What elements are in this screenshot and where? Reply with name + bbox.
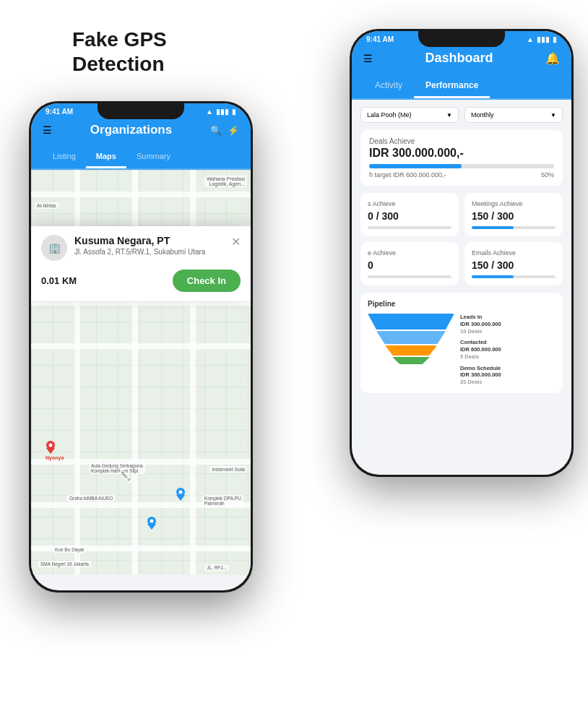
- svg-point-15: [150, 520, 154, 523]
- status-icons-left: ▲ ▮▮▮ ▮: [206, 108, 236, 116]
- stat-bar-2: [368, 275, 451, 278]
- stat-card-2: e Achieve 0: [360, 242, 459, 285]
- pipeline-section: Pipeline Leads In IDR 300.000.000 10 D: [360, 293, 563, 393]
- road-h1: [31, 191, 251, 197]
- deals-label: Deals Achieve: [369, 137, 554, 145]
- deals-value: IDR 300.000.000,-: [369, 147, 554, 160]
- map-label-kue: Kue Bu Dayat: [53, 546, 86, 553]
- menu-icon-right[interactable]: ☰: [363, 53, 373, 64]
- funnel-labels: Leads In IDR 300.000.000 10 Deals Contac…: [460, 314, 555, 386]
- map-label-wahana: Wahana PrestasiLogistik, Agen...: [204, 176, 247, 187]
- svg-point-12: [179, 491, 183, 494]
- lower-map: Aula Gedung SerbagunaKomplek Hankam Slip…: [31, 430, 251, 574]
- stats-grid: s Achieve 0 / 300 Meetings Achieve 150 /…: [360, 193, 563, 285]
- funnel-label-2: Contacted IDR 600.000.000 5 Deals: [460, 339, 555, 360]
- funnel-visual: [368, 314, 454, 386]
- stat-card-1: Meetings Achieve 150 / 300: [464, 193, 563, 236]
- tabs-bar-left: Listing Maps Summary: [31, 146, 251, 170]
- road-h4: [31, 300, 251, 306]
- notch-right: [418, 31, 505, 47]
- filter-row: Lala Pooh (Me) ▼ Monthly ▼: [360, 107, 563, 123]
- time-right: 9:41 AM: [366, 35, 394, 43]
- wifi-icon-left: ▲: [206, 108, 213, 116]
- funnel-label-1: Leads In IDR 300.000.000 10 Deals: [460, 314, 555, 335]
- header-icons-left: 🔍 ⚡: [210, 125, 239, 136]
- distance-label: 0.01 KM: [41, 275, 77, 286]
- funnel-container: Leads In IDR 300.000.000 10 Deals Contac…: [368, 314, 555, 386]
- tab-summary[interactable]: Summary: [126, 146, 181, 168]
- funnel-layer-3: [385, 345, 437, 356]
- stat-card-3: Emails Achieve 150 / 300: [464, 242, 563, 285]
- stat-bar-1: [472, 226, 555, 229]
- map-label-komplek: Komplek DPA-PUPalmerah: [202, 495, 243, 507]
- map-label-indomaret: Indomaret Sulai: [209, 466, 247, 473]
- svg-marker-14: [147, 524, 156, 530]
- battery-icon-left: ▮: [232, 108, 236, 116]
- location-popup: 🏢 Kusuma Negara, PT Jl. Assofa 2, RT.5/R…: [31, 226, 251, 301]
- svg-point-9: [49, 444, 53, 447]
- signal-icon-right: ▮▮▮: [537, 35, 550, 43]
- funnel-layer-1: [368, 314, 454, 330]
- map-label-alikhlas: Al-Ikhlas: [35, 202, 59, 209]
- deals-card: Deals Achieve IDR 300.000.000,- h target…: [360, 130, 563, 186]
- bell-icon-right[interactable]: 🔔: [545, 51, 560, 65]
- road-h5: [31, 343, 251, 349]
- tabs-bar-right: Activity Performance: [352, 74, 571, 100]
- location-popup-bottom: 0.01 KM Check In: [41, 270, 241, 292]
- map-pin-3: [176, 488, 186, 504]
- right-phone: 9:41 AM ▲ ▮▮▮ ▮ ☰ Dashboard 🔔 Activity P…: [350, 29, 574, 477]
- svg-marker-11: [176, 495, 185, 501]
- menu-icon-left[interactable]: ☰: [43, 124, 52, 136]
- map-label-graha: Graha biMBA AIUEO: [67, 495, 115, 501]
- stat-bar-0: [368, 226, 451, 229]
- filter-icon-left[interactable]: ⚡: [228, 125, 239, 136]
- header-title-left: Organizations: [90, 123, 172, 137]
- signal-icon-left: ▮▮▮: [216, 108, 229, 116]
- funnel-layer-2: [376, 331, 446, 344]
- left-phone: 9:41 AM ▲ ▮▮▮ ▮ ☰ Organizations 🔍 ⚡ List…: [29, 101, 253, 593]
- notch-left: [98, 103, 184, 119]
- header-bar-right: ☰ Dashboard 🔔: [352, 45, 571, 74]
- status-icons-right: ▲ ▮▮▮ ▮: [527, 35, 557, 43]
- battery-icon-right: ▮: [553, 35, 557, 43]
- stat-card-0: s Achieve 0 / 300: [360, 193, 459, 236]
- tab-maps[interactable]: Maps: [86, 146, 126, 168]
- deals-target: h target IDR 600.000.000,- 50%: [369, 171, 554, 178]
- pipeline-title: Pipeline: [368, 300, 555, 308]
- checkin-button[interactable]: Check In: [173, 270, 241, 292]
- location-info: 🏢 Kusuma Negara, PT Jl. Assofa 2, RT.5/R…: [41, 235, 205, 261]
- time-left: 9:41 AM: [46, 108, 73, 116]
- funnel-layer-4: [392, 357, 430, 364]
- funnel-label-3: Demo Schedule IDR 300.000.000 20 Deals: [460, 365, 555, 386]
- popup-name: Kusuma Negara, PT: [74, 235, 205, 246]
- period-filter[interactable]: Monthly ▼: [464, 107, 563, 123]
- map-label-aula: Aula Gedung SerbagunaKomplek Hankam Slip…: [89, 462, 145, 474]
- map-pin-nyonya: Nyonya: [46, 441, 64, 460]
- tab-performance[interactable]: Performance: [414, 74, 490, 98]
- map-pin-4: [147, 517, 157, 533]
- popup-address: Jl. Assofa 2, RT.5/RW.1, Sukabumi Utara: [74, 248, 205, 256]
- location-icon: 🏢: [41, 235, 67, 261]
- chevron-down-icon: ▼: [446, 112, 452, 119]
- deals-progress-bg: [369, 164, 554, 168]
- header-title-right: Dashboard: [425, 51, 493, 66]
- deals-progress-fill: [369, 164, 462, 168]
- close-button[interactable]: ✕: [231, 235, 241, 249]
- tab-listing[interactable]: Listing: [43, 146, 86, 168]
- search-icon-left[interactable]: 🔍: [210, 125, 222, 136]
- tab-activity[interactable]: Activity: [363, 74, 414, 98]
- page-title: Fake GPS Detection: [72, 27, 167, 76]
- stat-bar-3: [472, 275, 555, 278]
- chevron-down-icon2: ▼: [550, 112, 556, 119]
- map-label-sma: SMA Negeri 16 Jakarta: [38, 561, 91, 567]
- header-bar-left: ☰ Organizations 🔍 ⚡: [31, 117, 251, 146]
- user-filter[interactable]: Lala Pooh (Me) ▼: [360, 107, 459, 123]
- map-label-jl: JL. RFJ...: [204, 564, 229, 571]
- svg-marker-8: [46, 448, 55, 454]
- wifi-icon-right: ▲: [527, 35, 534, 43]
- content-right: Lala Pooh (Me) ▼ Monthly ▼ Deals Achieve…: [352, 100, 571, 400]
